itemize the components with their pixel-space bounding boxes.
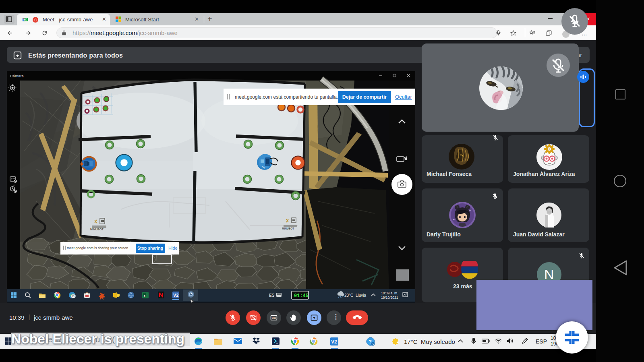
svg-text:Stop sharing: Stop sharing bbox=[137, 246, 163, 250]
svg-text:01:45: 01:45 bbox=[294, 293, 309, 299]
svg-text:Ocultar: Ocultar bbox=[395, 94, 412, 100]
svg-text:19/10/2021: 19/10/2021 bbox=[381, 296, 398, 300]
svg-text:meet.google.com está compartie: meet.google.com está compartiendo tu pan… bbox=[235, 94, 338, 100]
svg-text:10:39 a. m.: 10:39 a. m. bbox=[381, 291, 398, 295]
svg-text:Cámara: Cámara bbox=[10, 74, 24, 78]
svg-text:Dejar de compartir: Dejar de compartir bbox=[342, 94, 387, 100]
svg-text:meet.google.com is sharing you: meet.google.com is sharing your screen. bbox=[67, 246, 129, 250]
svg-text:Hide: Hide bbox=[168, 246, 178, 250]
svg-text:ES: ES bbox=[269, 293, 275, 298]
svg-text:V2: V2 bbox=[173, 293, 178, 298]
svg-text:CC: CC bbox=[272, 316, 276, 320]
svg-text:23°C Lluvia: 23°C Lluvia bbox=[344, 293, 366, 298]
svg-text:99+: 99+ bbox=[72, 295, 76, 298]
svg-text:x: x bbox=[143, 294, 146, 298]
svg-text:MINUBOT: MINUBOT bbox=[282, 227, 294, 230]
svg-text:V2: V2 bbox=[331, 339, 337, 345]
svg-text:MINUBOT: MINUBOT bbox=[90, 228, 104, 231]
